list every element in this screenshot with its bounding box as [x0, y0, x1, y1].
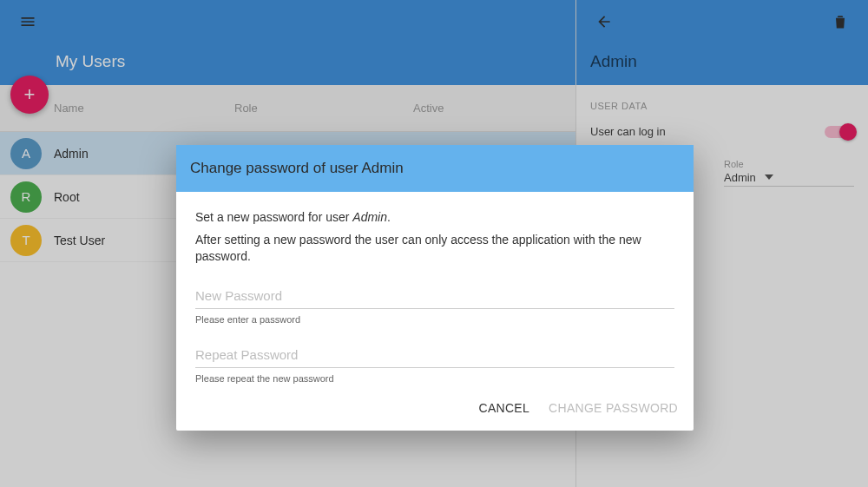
new-password-field[interactable]: New Password Please enter a password	[195, 288, 674, 325]
repeat-password-hint: Please repeat the new password	[195, 373, 674, 384]
dialog-intro: Set a new password for user Admin.	[195, 209, 674, 227]
new-password-hint: Please enter a password	[195, 314, 674, 325]
dialog-warning: After setting a new password the user ca…	[195, 232, 674, 266]
cancel-button[interactable]: CANCEL	[478, 401, 529, 415]
dialog-title: Change password of user Admin	[176, 145, 694, 192]
repeat-password-field[interactable]: Repeat Password Please repeat the new pa…	[195, 347, 674, 384]
repeat-password-label: Repeat Password	[195, 347, 674, 362]
new-password-label: New Password	[195, 288, 674, 303]
change-password-button[interactable]: CHANGE PASSWORD	[549, 401, 678, 415]
change-password-dialog: Change password of user Admin Set a new …	[176, 145, 694, 431]
